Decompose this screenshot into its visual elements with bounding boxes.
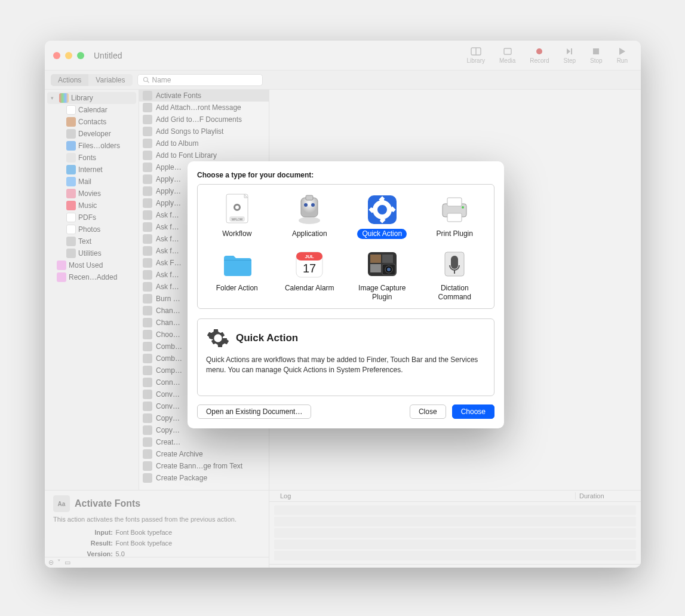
library-sidebar[interactable]: ▾ Library CalendarContactsDeveloperFiles…	[45, 90, 139, 490]
choose-button[interactable]: Choose	[452, 404, 494, 419]
action-item[interactable]: Creat…	[139, 436, 269, 448]
action-item[interactable]: Add Grid to…F Documents	[139, 114, 269, 125]
library-category[interactable]: Calendar	[45, 104, 139, 116]
doc-type-calendar-alarm[interactable]: JUL17Calendar Alarm	[275, 245, 345, 305]
toolbar-media[interactable]: Media	[499, 47, 515, 64]
doc-type-quick-action[interactable]: Quick Action	[348, 191, 417, 241]
library-category[interactable]: Files…olders	[45, 140, 139, 152]
doc-type-print-plugin[interactable]: Print Plugin	[420, 191, 490, 241]
doc-type-folder-action[interactable]: Folder Action	[202, 245, 272, 305]
folder-action-icon	[220, 247, 254, 281]
svg-point-3	[536, 48, 542, 54]
svg-rect-15	[306, 195, 313, 200]
action-label: Copy…	[156, 426, 180, 434]
log-col-log[interactable]: Log	[269, 492, 575, 499]
action-label: Apply…	[156, 175, 181, 183]
library-category[interactable]: Internet	[45, 164, 139, 176]
doc-type-dictation-command[interactable]: Dictation Command	[420, 245, 490, 305]
category-icon	[66, 213, 76, 222]
action-icon	[143, 437, 152, 447]
action-item[interactable]: Add to Font Library	[139, 149, 269, 161]
toolbar-library[interactable]: Library	[466, 47, 485, 64]
tab-actions[interactable]: Actions	[51, 74, 88, 86]
info-value: Font Book typeface	[115, 540, 172, 547]
category-label: Developer	[78, 130, 111, 138]
sub-toolbar: Actions Variables	[45, 71, 641, 90]
library-category[interactable]: Fonts	[45, 152, 139, 164]
svg-rect-5	[593, 48, 599, 54]
category-label: Fonts	[78, 154, 96, 162]
chevron-down-icon[interactable]: ˅	[57, 559, 61, 566]
log-row	[274, 517, 636, 526]
smart-folder-label: Recen…Added	[69, 273, 117, 281]
toolbar-record[interactable]: Record	[530, 47, 549, 64]
library-category[interactable]: Photos	[45, 223, 139, 235]
category-icon	[66, 105, 76, 115]
library-category[interactable]: PDFs	[45, 212, 139, 223]
doc-type-workflow[interactable]: WFLOWWorkflow	[202, 191, 272, 241]
doc-type-label: Print Plugin	[432, 229, 478, 239]
library-category[interactable]: Developer	[45, 128, 139, 140]
library-root[interactable]: ▾ Library	[47, 92, 136, 104]
toolbar-run[interactable]: Run	[617, 47, 628, 64]
library-smart-folder[interactable]: Recen…Added	[45, 271, 139, 283]
action-item[interactable]: Add to Album	[139, 137, 269, 149]
toolbar-stop[interactable]: Stop	[590, 47, 603, 64]
toolbar-step[interactable]: Step	[563, 47, 576, 64]
action-item[interactable]: Add Songs to Playlist	[139, 125, 269, 137]
category-icon	[66, 153, 76, 163]
close-window-icon[interactable]	[53, 52, 60, 59]
action-icon	[143, 246, 152, 256]
category-icon	[66, 129, 76, 139]
grid-view-icon[interactable]: ▭	[285, 564, 294, 568]
open-existing-button[interactable]: Open an Existing Document…	[197, 404, 311, 419]
action-label: Choo…	[156, 330, 180, 339]
library-smart-folder[interactable]: Most Used	[45, 259, 139, 271]
svg-point-28	[462, 206, 464, 209]
svg-point-14	[311, 203, 315, 207]
category-label: Movies	[78, 189, 101, 198]
action-label: Burn …	[156, 295, 180, 303]
action-icon	[143, 234, 152, 244]
category-icon	[66, 165, 76, 174]
library-category[interactable]: Movies	[45, 188, 139, 200]
tab-variables[interactable]: Variables	[88, 74, 132, 86]
options-icon[interactable]: ⊝	[48, 559, 54, 566]
library-category[interactable]: Utilities	[45, 247, 139, 259]
chevron-down-icon[interactable]: ▾	[51, 95, 57, 101]
calendar-alarm-icon: JUL17	[293, 247, 326, 281]
traffic-lights	[53, 52, 84, 59]
dictation-command-icon	[438, 247, 471, 281]
action-item[interactable]: Create Bann…ge from Text	[139, 460, 269, 472]
list-view-icon[interactable]: ≡	[274, 565, 279, 568]
action-label: Create Archive	[156, 450, 203, 458]
fonts-icon: Aa	[53, 495, 70, 512]
action-icon	[143, 270, 152, 280]
bottom-panel: Aa Activate Fonts This action activates …	[45, 490, 641, 568]
search-field[interactable]	[137, 74, 263, 86]
minimize-window-icon[interactable]	[65, 52, 72, 59]
doc-type-label: Folder Action	[211, 283, 263, 293]
action-item[interactable]: Activate Fonts	[139, 90, 269, 102]
smart-folder-label: Most Used	[69, 261, 103, 269]
close-button[interactable]: Close	[410, 404, 446, 419]
search-input[interactable]	[152, 76, 257, 84]
action-info-desc: This action activates the fonts passed f…	[53, 516, 260, 523]
smart-folder-icon	[57, 272, 66, 282]
action-label: Conn…	[156, 378, 180, 387]
library-category[interactable]: Contacts	[45, 116, 139, 128]
library-category[interactable]: Text	[45, 235, 139, 247]
results-icon[interactable]: ▭	[64, 559, 70, 566]
new-document-modal: Choose a type for your document: WFLOWWo…	[188, 161, 504, 428]
action-item[interactable]: Create Archive	[139, 448, 269, 460]
log-col-duration[interactable]: Duration	[575, 492, 641, 499]
action-item[interactable]: Add Attach…ront Message	[139, 102, 269, 114]
zoom-window-icon[interactable]	[77, 52, 84, 59]
action-item[interactable]: Create Package	[139, 472, 269, 484]
doc-type-image-capture-plugin[interactable]: Image Capture Plugin	[348, 245, 417, 305]
library-tab-toggle[interactable]: Actions Variables	[51, 74, 133, 86]
library-category[interactable]: Music	[45, 200, 139, 212]
doc-type-application[interactable]: Application	[275, 191, 345, 241]
library-category[interactable]: Mail	[45, 176, 139, 188]
modal-title: Choose a type for your document:	[197, 171, 494, 179]
